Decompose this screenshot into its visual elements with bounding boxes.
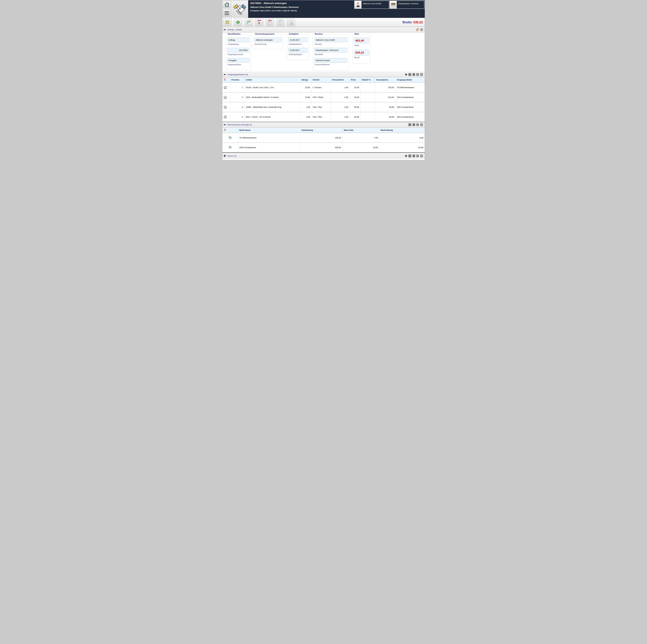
position-row[interactable]: 2 1303 - Bodenabfuhr Misch./ 3-Achser 13… [222, 92, 425, 102]
col-mwst-satz[interactable]: Mwst Satz [342, 128, 379, 133]
position-row[interactable]: 4 5613 - Fracht - mit 3-Achser 1,00 Tour… [222, 112, 425, 122]
cell-artikel: 1303 - Bodenabfuhr Misch./ 3-Achser [244, 92, 300, 102]
expand-touren-icon[interactable] [224, 155, 226, 157]
position-row[interactable]: 1 10103 - Straß.1-incl. Ents. / 3-A 13,0… [222, 82, 425, 92]
row-checkbox[interactable] [224, 106, 227, 109]
col-mwst-name[interactable]: MwSt-Name [238, 128, 300, 133]
section-title-details: Auftrag - Details [227, 28, 242, 31]
col-rabatt[interactable]: Rabatt % [361, 77, 375, 82]
collapse-vat-icon[interactable] [224, 124, 226, 126]
col-menge[interactable]: Menge [300, 77, 311, 82]
section-header-details: Auftrag - Details [222, 27, 425, 32]
collapse-details-icon[interactable] [224, 28, 226, 31]
cell-einheit: t / Tonnen [311, 82, 331, 92]
grid-view-icon[interactable] [408, 154, 411, 157]
brutto-field[interactable]: 535,22 [354, 50, 369, 56]
sort-icon[interactable] [224, 78, 226, 81]
menu-button[interactable] [223, 10, 230, 16]
print-positions-icon[interactable] [420, 73, 423, 76]
web-document-button[interactable] [276, 18, 284, 26]
vat-row[interactable]: 19% Umsatzsteuer 328,20 19,00 62,36 [222, 143, 425, 152]
grid-view-icon[interactable] [408, 123, 411, 126]
site-badge[interactable]: Düwelssiepen, Dortmun [389, 1, 424, 9]
auftragsbeginn-field[interactable]: 14.09.2017 [288, 48, 307, 52]
grid-view-icon[interactable] [408, 73, 411, 76]
vorgangstyp-field[interactable]: Auftrag [227, 38, 249, 42]
add-button[interactable] [223, 18, 231, 26]
add-row-icon[interactable] [405, 73, 407, 76]
row-checkbox[interactable] [224, 116, 227, 118]
report-document-button[interactable] [266, 18, 274, 26]
bezeichnung-field[interactable]: Abbruch entsorgen [255, 38, 281, 42]
list-view-icon[interactable] [412, 154, 415, 157]
details-panel: Identifikation Auftrag Vorgangstyp 20170… [222, 32, 425, 72]
baustelle-label: Baustelle [315, 53, 347, 56]
print-vat-icon[interactable] [420, 123, 423, 126]
cell-mwst: 19% Umsatzsteuer [396, 92, 425, 102]
list-view-icon[interactable] [412, 123, 415, 126]
table-view-icon[interactable] [416, 123, 419, 126]
image-document-button[interactable] [255, 18, 263, 26]
cell-nettobetrag: 328,20 [300, 143, 342, 152]
cell-preis: 16,40 [350, 92, 361, 102]
position-row[interactable]: 3 13605 - Oberboden bed. verwendb./Zug 1… [222, 102, 425, 112]
route-button[interactable] [244, 18, 253, 26]
edit-icon[interactable] [416, 28, 419, 31]
cell-menge: 1,00 [300, 102, 311, 112]
cell-rabatt [361, 92, 375, 102]
col-preiseinheit[interactable]: Preiseinheit [331, 77, 350, 82]
vat-row[interactable]: 7% Mehrwertsteuer 135,20 7,00 9,46 [222, 133, 425, 143]
table-view-icon[interactable] [416, 73, 419, 76]
section-header-positions: Vorgangspositionen (4) [222, 72, 425, 77]
home-button[interactable] [223, 1, 230, 8]
auftragsdatum-field[interactable]: 13.09.2017 [288, 38, 307, 42]
cell-artikel: 13605 - Oberboden bed. verwendb./Zug [244, 102, 300, 112]
fieldset-wert: Wert 463,40 Netto 535,22 Brutto [352, 34, 371, 64]
contact-badge[interactable]: Abbruch Unna GmbH [354, 1, 389, 9]
col-artikel[interactable]: Artikel [244, 77, 300, 82]
kontakt-label: Kontakt [315, 43, 347, 45]
contact-badge-label: Abbruch Unna GmbH [362, 1, 381, 8]
print-icon[interactable] [420, 28, 423, 31]
netto-field[interactable]: 463,40 [354, 38, 369, 44]
col-einheit[interactable]: Einheit [311, 77, 331, 82]
baustelle-field[interactable]: Düwelssiepen, Dortmund [314, 48, 347, 52]
delivery-note-button[interactable] [287, 18, 295, 26]
route-icon [246, 20, 251, 24]
cell-mwst: 19% Umsatzsteuer [396, 102, 425, 112]
vorgangsnummer-label: Vorgangsnummer [227, 53, 249, 56]
col-position[interactable]: Position [230, 77, 244, 82]
svg-text:%: % [237, 21, 239, 24]
menu-icon [224, 11, 229, 12]
col-nettobetrag[interactable]: Nettobetrag [300, 128, 342, 133]
percent-tax-icon [228, 136, 232, 139]
cell-mwst-betrag: 62,36 [379, 143, 425, 152]
section-title-positions: Vorgangspositionen (4) [227, 73, 248, 76]
ansprechpartner-label: Ansprechpartner [315, 63, 347, 66]
auftragsbeginn-label: Auftragsbeginn [289, 53, 307, 56]
brutto-value: 535,22 [414, 20, 423, 24]
discount-button[interactable]: % [234, 18, 242, 26]
print-touren-icon[interactable] [420, 154, 423, 157]
col-preis[interactable]: Preis [350, 77, 361, 82]
col-mwst-betrag[interactable]: MwSt-Betrag [379, 128, 425, 133]
cell-preiseinheit: 1,00 [331, 92, 350, 102]
cell-gesamtpreis: 135,20 [375, 82, 396, 92]
sort-icon[interactable] [224, 129, 226, 131]
vat-table: MwSt-Name Nettobetrag Mwst Satz MwSt-Bet… [222, 128, 425, 153]
vorgangsstatus-field[interactable]: Freigabe [227, 58, 249, 63]
row-checkbox[interactable] [224, 86, 227, 89]
collapse-positions-icon[interactable] [224, 73, 226, 76]
list-view-icon[interactable] [412, 73, 415, 76]
positions-header-row: Position Artikel Menge Einheit Preiseinh… [222, 77, 425, 82]
vorgangsnummer-field[interactable]: 20170001 [227, 48, 249, 52]
cell-rabatt [361, 102, 375, 112]
row-checkbox[interactable] [224, 96, 227, 99]
ansprechpartner-field[interactable]: Heinrich Gustaf [314, 58, 347, 63]
table-view-icon[interactable] [416, 154, 419, 157]
kontakt-field[interactable]: Abbruch Unna GmbH [314, 38, 347, 42]
home-octopus-icon [224, 2, 229, 7]
add-tour-icon[interactable] [405, 155, 407, 157]
col-gesamtpreis[interactable]: Gesamtpreis [375, 77, 396, 82]
col-vorgangs-mwst[interactable]: Vorgangs-MwSt [396, 77, 425, 82]
